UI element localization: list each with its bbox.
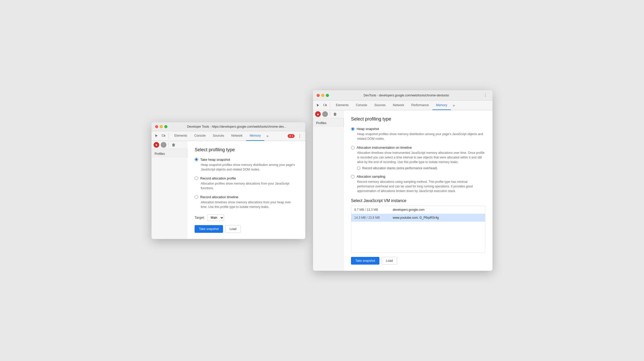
radio-alloc-profile-left[interactable] (195, 176, 198, 180)
option-heap-desc-right: Heap snapshot profiles show memory distr… (357, 132, 485, 141)
vm-name-1: www.youtube.com: G_P6rpRSr4g (393, 216, 439, 219)
option-alloc-timeline-label-right[interactable]: Allocation instrumentation on timeline (351, 146, 485, 149)
tab-icons-left (154, 133, 169, 139)
radio-alloc-timeline-right[interactable] (351, 146, 355, 149)
vm-row-1[interactable]: 14.3 MB / 23.8 MB www.youtube.com: G_P6r… (351, 214, 485, 222)
sub-option-label: Record allocation stacks (extra performa… (362, 166, 437, 170)
svg-rect-0 (162, 135, 164, 136)
window-title-left: Developer Tools - https://developers.goo… (172, 125, 302, 128)
option-alloc-timeline-desc-right: Allocation timelines show instrumented J… (357, 151, 485, 164)
vm-spacer (351, 222, 485, 253)
minimize-button-right[interactable] (321, 94, 324, 97)
cursor-icon-right[interactable] (315, 103, 321, 108)
devtools-body-left: ● ⊘ 🗑 Profiles Select profiling type Tak… (152, 141, 305, 239)
btn-row-right: Take snapshot Load (351, 257, 485, 265)
panel-right: Select profiling type Heap snapshot Heap… (344, 110, 492, 271)
vm-size-0: 8.7 MB / 13.3 MB (354, 208, 388, 212)
target-label-left: Target: (195, 216, 205, 219)
take-snapshot-button-right[interactable]: Take snapshot (351, 257, 379, 265)
record-button-left[interactable]: ● (154, 142, 159, 148)
toolbar-left: ● ⊘ 🗑 (152, 141, 187, 149)
target-select-left[interactable]: Main (207, 214, 224, 221)
option-heap-right: Heap snapshot Heap snapshot profiles sho… (351, 127, 485, 141)
option-heap-snapshot-left: Take heap snapshot Heap snapshot profile… (195, 158, 298, 172)
vm-section-title: Select JavaScript VM instance (351, 198, 485, 203)
tab-bar-left: Elements Console Sources Network Memory … (152, 131, 305, 141)
tabs-left: Elements Console Sources Network Memory … (171, 131, 286, 141)
tab-network-right[interactable]: Network (389, 101, 408, 110)
devtools-window-left: Developer Tools - https://developers.goo… (152, 122, 305, 239)
stop-button-left[interactable]: ⊘ (161, 142, 166, 148)
option-alloc-timeline-left: Record allocation timeline Allocation ti… (195, 195, 298, 209)
option-alloc-profile-label-left[interactable]: Record allocation profile (195, 176, 298, 180)
cursor-icon[interactable] (154, 133, 159, 139)
devtools-menu-right[interactable]: ⋮ (482, 93, 489, 98)
traffic-lights-right (317, 94, 329, 97)
more-tabs-right[interactable]: » (451, 103, 457, 107)
option-alloc-timeline-right: Allocation instrumentation on timeline A… (351, 146, 485, 170)
device-icon[interactable] (161, 133, 166, 139)
vm-name-0: developers.google.com (393, 208, 425, 212)
svg-rect-3 (326, 105, 327, 106)
error-icon: ✕ (289, 134, 291, 138)
tab-memory-right[interactable]: Memory (432, 101, 451, 110)
devtools-window-right: DevTools - developers.google.com/web/too… (313, 90, 492, 271)
radio-alloc-timeline-left[interactable] (195, 195, 198, 199)
close-button-right[interactable] (317, 94, 320, 97)
option-alloc-profile-left: Record allocation profile Allocation pro… (195, 176, 298, 190)
radio-heap-right[interactable] (351, 127, 355, 131)
tab-elements-right[interactable]: Elements (332, 101, 352, 110)
title-bar-left: Developer Tools - https://developers.goo… (152, 122, 305, 131)
device-icon-right[interactable] (322, 103, 328, 108)
svg-rect-2 (324, 104, 326, 106)
maximize-button[interactable] (164, 125, 167, 128)
error-badge-left: ✕ 1 (288, 134, 295, 138)
load-button-left[interactable]: Load (225, 225, 241, 233)
clear-button-right[interactable]: 🗑 (332, 111, 338, 117)
radio-alloc-sampling-right[interactable] (351, 175, 355, 178)
target-row-left: Target: Main (195, 214, 298, 221)
sidebar-right: Profiles (313, 118, 344, 127)
option-alloc-sampling-label-right[interactable]: Allocation sampling (351, 175, 485, 178)
tab-elements-left[interactable]: Elements (171, 131, 191, 141)
option-alloc-timeline-label-left[interactable]: Record allocation timeline (195, 195, 298, 199)
option-alloc-sampling-right: Allocation sampling Record memory alloca… (351, 175, 485, 193)
sidebar-item-profiles-right[interactable]: Profiles (313, 119, 344, 127)
option-heap-label-right[interactable]: Heap snapshot (351, 127, 485, 131)
minimize-button[interactable] (160, 125, 163, 128)
load-button-right[interactable]: Load (381, 257, 397, 265)
take-snapshot-button-left[interactable]: Take snapshot (195, 225, 223, 233)
tab-network-left[interactable]: Network (228, 131, 246, 141)
option-heap-desc-left: Heap snapshot profiles show memory distr… (201, 163, 298, 172)
sidebar-container-left: ● ⊘ 🗑 Profiles (152, 141, 187, 239)
btn-row-left: Take snapshot Load (195, 225, 298, 233)
tab-console-right[interactable]: Console (352, 101, 371, 110)
vm-row-0[interactable]: 8.7 MB / 13.3 MB developers.google.com (351, 206, 485, 214)
vm-instance-table: 8.7 MB / 13.3 MB developers.google.com 1… (351, 206, 485, 253)
tab-performance-right[interactable]: Performance (408, 101, 432, 110)
more-tabs-left[interactable]: » (264, 134, 270, 138)
checkbox-alloc-stacks[interactable] (357, 167, 360, 170)
tab-console-left[interactable]: Console (191, 131, 209, 141)
option-alloc-profile-desc-left: Allocation profiles show memory allocati… (201, 181, 298, 190)
devtools-menu-left[interactable]: ⋮ (296, 134, 303, 138)
clear-button-left[interactable]: 🗑 (171, 142, 176, 148)
traffic-lights-left (155, 125, 167, 128)
sidebar-container-right: ● ⊘ 🗑 Profiles (313, 110, 344, 271)
toolbar-divider-right (330, 112, 330, 116)
close-button[interactable] (155, 125, 158, 128)
stop-button-right[interactable]: ⊘ (322, 111, 328, 117)
vm-size-1: 14.3 MB / 23.8 MB (354, 216, 388, 219)
tab-memory-left[interactable]: Memory (246, 131, 264, 141)
record-button-right[interactable]: ● (315, 111, 321, 117)
toolbar-right: ● ⊘ 🗑 (313, 110, 344, 118)
tab-bar-right: Elements Console Sources Network Perform… (313, 101, 492, 110)
sidebar-item-profiles-left[interactable]: Profiles (152, 150, 187, 158)
svg-rect-1 (164, 135, 165, 136)
tab-sources-right[interactable]: Sources (371, 101, 389, 110)
radio-heap-left[interactable] (195, 158, 198, 161)
tab-sources-left[interactable]: Sources (209, 131, 228, 141)
panel-title-left: Select profiling type (195, 147, 298, 153)
maximize-button-right[interactable] (326, 94, 329, 97)
option-heap-label-left[interactable]: Take heap snapshot (195, 158, 298, 162)
